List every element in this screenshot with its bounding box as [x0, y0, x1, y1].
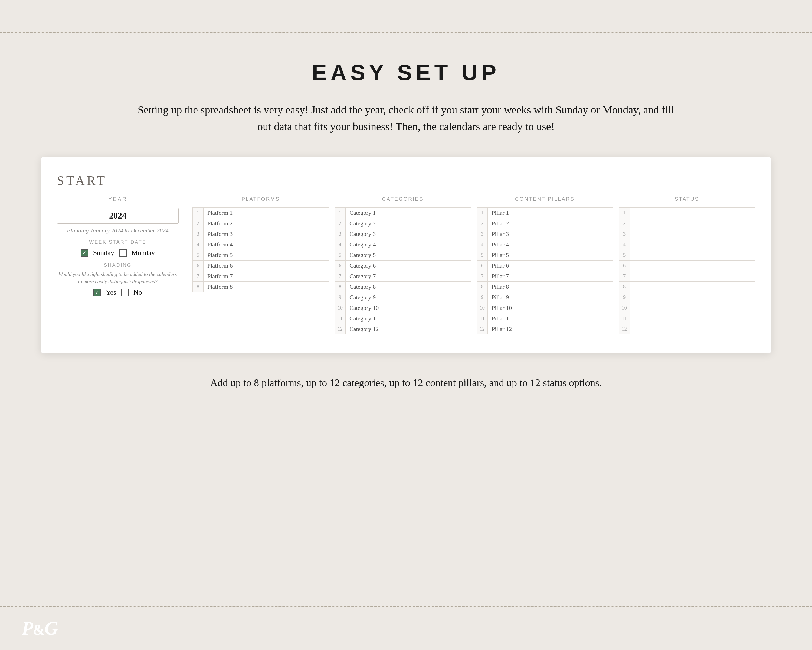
pillar-value[interactable]: Pillar 12 [488, 324, 613, 335]
row-num: 1 [335, 208, 346, 218]
status-value[interactable] [630, 324, 755, 335]
row-num: 10 [619, 303, 630, 314]
pillar-value[interactable]: Pillar 9 [488, 292, 613, 303]
row-num: 12 [335, 324, 346, 335]
pillar-value[interactable]: Pillar 6 [488, 260, 613, 271]
year-col-header: YEAR [57, 196, 179, 202]
monday-checkbox[interactable] [119, 249, 127, 257]
row-num: 8 [477, 282, 488, 292]
content-pillars-column: CONTENT PILLARS 1Pillar 12Pillar 23Pilla… [471, 196, 613, 335]
table-row: 7Pillar 7 [477, 271, 613, 282]
table-row: 1 [619, 208, 755, 218]
table-row: 10Pillar 10 [477, 303, 613, 314]
setup-column: YEAR 2024 Planning January 2024 to Decem… [57, 196, 187, 335]
bottom-note: Add up to 8 platforms, up to 12 categori… [210, 375, 602, 390]
row-num: 9 [335, 292, 346, 303]
pillar-value[interactable]: Pillar 7 [488, 271, 613, 282]
status-value[interactable] [630, 292, 755, 303]
row-num: 5 [193, 250, 203, 260]
pillar-value[interactable]: Pillar 4 [488, 239, 613, 250]
status-value[interactable] [630, 282, 755, 292]
status-value[interactable] [630, 208, 755, 218]
table-row: 4Category 4 [335, 239, 471, 250]
year-value[interactable]: 2024 [57, 208, 179, 224]
status-value[interactable] [630, 218, 755, 229]
category-value[interactable]: Category 10 [346, 303, 471, 314]
category-value[interactable]: Category 1 [346, 208, 471, 218]
table-row: 2Category 2 [335, 218, 471, 229]
table-row: 2Pillar 2 [477, 218, 613, 229]
row-num: 8 [335, 282, 346, 292]
platforms-table: PLATFORMS 1Platform 12Platform 23Platfor… [192, 196, 329, 292]
pillars-table: CONTENT PILLARS 1Pillar 12Pillar 23Pilla… [477, 196, 613, 335]
status-value[interactable] [630, 303, 755, 314]
no-checkbox[interactable] [121, 289, 128, 296]
platform-value[interactable]: Platform 1 [203, 208, 329, 218]
status-value[interactable] [630, 229, 755, 239]
row-num: 4 [335, 239, 346, 250]
table-row: 7Category 7 [335, 271, 471, 282]
table-row: 12Pillar 12 [477, 324, 613, 335]
platform-value[interactable]: Platform 5 [203, 250, 329, 260]
pillar-value[interactable]: Pillar 3 [488, 229, 613, 239]
pillar-value[interactable]: Pillar 11 [488, 314, 613, 324]
pillar-value[interactable]: Pillar 10 [488, 303, 613, 314]
row-num: 5 [477, 250, 488, 260]
pillar-value[interactable]: Pillar 5 [488, 250, 613, 260]
status-value[interactable] [630, 271, 755, 282]
table-row: 11Pillar 11 [477, 314, 613, 324]
status-value[interactable] [630, 250, 755, 260]
row-num: 11 [619, 314, 630, 324]
row-num: 11 [477, 314, 488, 324]
row-num: 4 [477, 239, 488, 250]
status-value[interactable] [630, 239, 755, 250]
table-row: 12 [619, 324, 755, 335]
shading-label: SHADING [57, 262, 179, 268]
category-value[interactable]: Category 9 [346, 292, 471, 303]
category-value[interactable]: Category 12 [346, 324, 471, 335]
row-num: 7 [335, 271, 346, 282]
platform-value[interactable]: Platform 4 [203, 239, 329, 250]
pillar-value[interactable]: Pillar 1 [488, 208, 613, 218]
platform-value[interactable]: Platform 3 [203, 229, 329, 239]
table-row: 6Platform 6 [193, 260, 329, 271]
week-start-label: WEEK START DATE [57, 239, 179, 245]
category-value[interactable]: Category 8 [346, 282, 471, 292]
category-value[interactable]: Category 5 [346, 250, 471, 260]
categories-col-header: CATEGORIES [335, 196, 471, 208]
yes-checkbox[interactable]: ✓ [93, 289, 101, 296]
table-row: 4 [619, 239, 755, 250]
status-value[interactable] [630, 314, 755, 324]
category-value[interactable]: Category 2 [346, 218, 471, 229]
row-num: 5 [619, 250, 630, 260]
platforms-column: PLATFORMS 1Platform 12Platform 23Platfor… [187, 196, 329, 335]
table-row: 6 [619, 260, 755, 271]
shading-desc: Would you like light shading to be added… [57, 271, 179, 285]
row-num: 2 [477, 218, 488, 229]
sunday-checkbox[interactable]: ✓ [81, 249, 88, 257]
category-value[interactable]: Category 6 [346, 260, 471, 271]
category-value[interactable]: Category 4 [346, 239, 471, 250]
row-num: 9 [619, 292, 630, 303]
categories-column: CATEGORIES 1Category 12Category 23Catego… [329, 196, 471, 335]
platform-value[interactable]: Platform 7 [203, 271, 329, 282]
row-num: 1 [619, 208, 630, 218]
row-num: 11 [335, 314, 346, 324]
row-num: 1 [193, 208, 203, 218]
platform-value[interactable]: Platform 2 [203, 218, 329, 229]
table-row: 8 [619, 282, 755, 292]
table-row: 7 [619, 271, 755, 282]
category-value[interactable]: Category 7 [346, 271, 471, 282]
platform-value[interactable]: Platform 8 [203, 282, 329, 292]
row-num: 4 [619, 239, 630, 250]
table-row: 10Category 10 [335, 303, 471, 314]
pillar-value[interactable]: Pillar 2 [488, 218, 613, 229]
main-content: EASY SET UP Setting up the spreadsheet i… [0, 33, 812, 412]
row-num: 8 [619, 282, 630, 292]
subtitle-text: Setting up the spreadsheet is very easy!… [135, 102, 677, 135]
category-value[interactable]: Category 3 [346, 229, 471, 239]
category-value[interactable]: Category 11 [346, 314, 471, 324]
platform-value[interactable]: Platform 6 [203, 260, 329, 271]
pillar-value[interactable]: Pillar 8 [488, 282, 613, 292]
status-value[interactable] [630, 260, 755, 271]
